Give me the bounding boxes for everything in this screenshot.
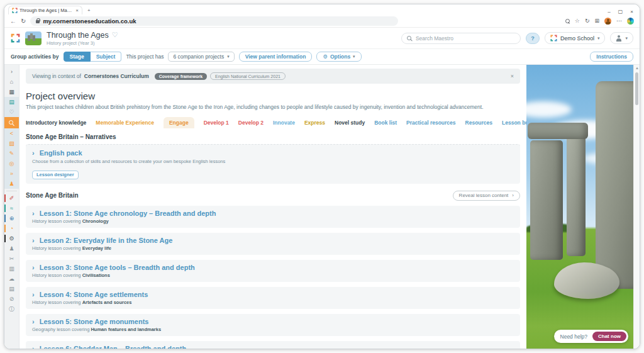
disabled-icon[interactable]: ⊘ [4,294,19,304]
tab-express[interactable]: Express [304,117,325,128]
bookmark-star-icon[interactable]: ☆ [575,18,580,24]
marking-pen-icon[interactable]: ✐ [4,193,19,203]
tab-innovate[interactable]: Innovate [273,117,295,128]
browser-logo-icon[interactable] [627,18,634,25]
browser-tab[interactable]: Through the Ages | Maestro × [8,6,82,14]
extensions-icon[interactable]: ⊞ [594,18,599,24]
search-input[interactable]: Search Maestro [401,33,521,44]
english-pack-card: › English pack Choose from a collection … [26,144,520,184]
sidebar-project-group: ▤ ♡ < ▧ ✎ ◎ » ♟ [4,97,19,189]
gear-icon[interactable]: ⚙ [4,233,19,244]
lesson-4-link[interactable]: › Lesson 4: Stone Age settlements [32,291,514,298]
search-icon [407,36,412,41]
tab-practical-resources[interactable]: Practical resources [406,117,455,128]
curriculum-badge: English National Curriculum 2021 [210,72,286,80]
site-info-icon[interactable] [36,20,40,23]
tools-icon[interactable]: ✂ [4,254,19,264]
info-icon[interactable]: ⓘ [4,304,19,314]
project-toolbar: Group activities by Stage Subject This p… [4,49,640,65]
zoom-icon[interactable] [565,19,570,23]
subject-toggle-button[interactable]: Subject [91,52,122,62]
banner-prefix: Viewing in context of [32,73,81,79]
lesson-topic: Civilisations [82,272,110,278]
stonehenge-photo: Need help? Chat now [526,65,633,349]
share-icon[interactable]: < [4,128,19,138]
tab-close-icon[interactable]: × [75,8,79,13]
pupils-icon[interactable]: ♟ [4,179,19,189]
scrollbar-thumb[interactable] [635,72,638,105]
sidebar-expand-icon[interactable]: › [4,67,19,77]
home-icon[interactable]: ⌂ [4,77,19,87]
lesson-title: Lesson 6: Cheddar Man – Breadth and dept… [40,345,186,349]
tab-book-list[interactable]: Book list [374,117,397,128]
lesson-3-link[interactable]: › Lesson 3: Stone Age tools – Breadth an… [32,264,514,271]
view-parent-information-button[interactable]: View parent information [239,52,313,62]
school-building-icon[interactable]: ▥ [4,264,19,274]
stage-toggle-button[interactable]: Stage [64,52,91,62]
banner-close-icon[interactable]: × [511,73,514,79]
tab-develop-1[interactable]: Develop 1 [204,117,229,128]
sync-icon[interactable]: ↻ [585,18,590,24]
lesson-row: › Lesson 5: Stone Age monuments Geograph… [26,314,520,336]
trends-icon[interactable]: ≈ [4,203,19,213]
cornerstones-logo-icon[interactable] [11,33,20,43]
clock-icon[interactable]: ◔ [4,223,19,233]
activity-chart-icon[interactable]: ▧ [4,138,19,148]
globe-icon[interactable]: ⊕ [4,213,19,223]
project-thumbnail [25,31,42,45]
instructions-button[interactable]: Instructions [590,52,633,62]
profile-avatar[interactable] [604,18,611,25]
tab-memorable-experience[interactable]: Memorable Experience [96,117,154,128]
group-by-toggle: Stage Subject [64,52,122,62]
url-box[interactable]: my.cornerstoneseducation.co.uk [30,16,398,26]
tab-resources[interactable]: Resources [465,117,492,128]
tab-novel-study[interactable]: Novel study [335,117,365,128]
curriculum-icon[interactable]: ▤ [4,97,19,107]
lesson-1-link[interactable]: › Lesson 1: Stone Age chronology – Bread… [32,210,514,217]
library-icon[interactable]: ▤ [4,284,19,294]
edit-activity-icon[interactable]: ✎ [4,148,19,159]
tab-develop-2[interactable]: Develop 2 [238,117,264,128]
app-sidebar: › ⌂ ▦ ▤ ♡ < ▧ ✎ ◎ » ♟ ✐ ≈ ⊕ ◔ ⚙ ♟ ✂ ▥ ☁ [4,65,19,349]
users-icon[interactable]: ♟ [4,244,19,254]
options-button[interactable]: ⚙ Options ▾ [316,52,361,62]
lesson-row: › Lesson 4: Stone Age settlements Histor… [26,287,520,309]
target-icon[interactable]: ◎ [4,159,19,169]
lesson-subject: History lesson covering [32,300,81,305]
reveal-lesson-content-button[interactable]: Reveal lesson content › [453,191,520,201]
browser-window: Through the Ages | Maestro × + – ▢ × ← ↻… [4,4,640,349]
forward-icon[interactable]: » [4,169,19,179]
tab-engage[interactable]: Engage [164,117,194,128]
search-nav-active[interactable] [4,117,19,128]
minimize-icon[interactable]: – [608,9,610,14]
main-content: Viewing in context of Cornerstones Curri… [19,65,526,349]
english-pack-description: Choose from a collection of skills and r… [32,159,514,164]
user-menu-button[interactable]: ▾ [610,32,633,44]
more-menu-icon[interactable]: ⋯ [616,18,622,24]
tab-introductory-knowledge[interactable]: Introductory knowledge [26,117,86,128]
sidebar-divider [6,191,17,191]
planner-icon[interactable]: ▦ [4,87,19,97]
back-icon[interactable]: ← [10,18,16,25]
cloud-icon[interactable]: ☁ [4,274,19,284]
new-tab-button[interactable]: + [87,8,91,14]
search-icon [9,120,14,126]
tab-lesson-builder[interactable]: Lesson builder [502,117,526,128]
lesson-6-link[interactable]: › Lesson 6: Cheddar Man – Breadth and de… [32,345,514,349]
favourite-heart-icon[interactable]: ♡ [112,31,118,39]
school-switcher-button[interactable]: Demo School ▾ [545,32,606,44]
lesson-2-link[interactable]: › Lesson 2: Everyday life in the Stone A… [32,237,514,244]
favourites-heart-icon[interactable]: ♡ [4,107,19,117]
lesson-designer-chip[interactable]: Lesson designer [32,171,79,179]
companion-projects-dropdown[interactable]: 6 companion projects ▾ [168,52,234,62]
english-pack-link[interactable]: › English pack [32,149,514,157]
scroll-up-icon[interactable]: ▲ [635,66,639,70]
maximize-icon[interactable]: ▢ [618,9,623,14]
page-scrollbar[interactable]: ▲ [633,65,640,349]
chat-now-button[interactable]: Chat now [592,332,626,341]
lesson-subject: History lesson covering [32,218,81,224]
close-icon[interactable]: × [630,9,633,14]
help-chat-button[interactable]: ? [526,33,540,44]
reload-icon[interactable]: ↻ [21,18,26,25]
lesson-5-link[interactable]: › Lesson 5: Stone Age monuments [32,318,514,325]
